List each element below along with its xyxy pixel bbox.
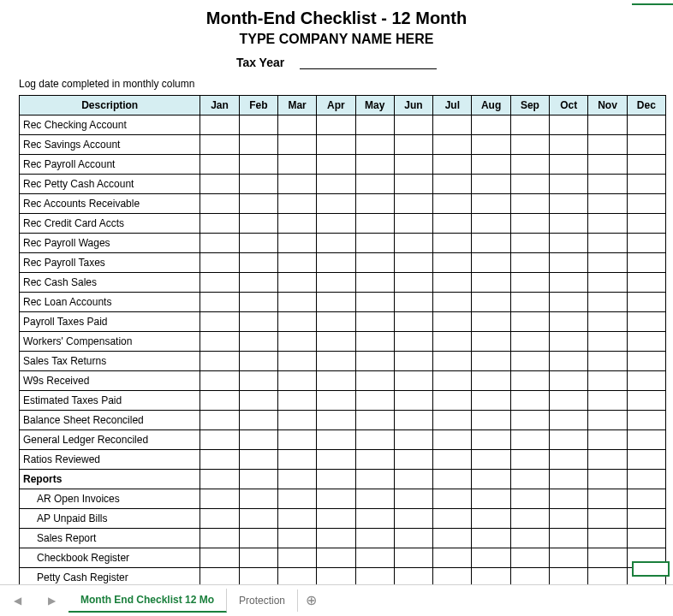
month-cell[interactable] <box>588 430 627 450</box>
month-cell[interactable] <box>317 450 355 470</box>
month-cell[interactable] <box>472 312 510 332</box>
month-cell[interactable] <box>433 293 472 312</box>
month-cell[interactable] <box>627 214 665 234</box>
month-cell[interactable] <box>433 548 472 568</box>
month-cell[interactable] <box>588 470 627 489</box>
row-description[interactable]: General Ledger Reconciled <box>20 430 200 450</box>
month-cell[interactable] <box>588 234 627 253</box>
month-cell[interactable] <box>472 155 510 175</box>
month-cell[interactable] <box>317 352 355 371</box>
month-cell[interactable] <box>627 450 665 470</box>
month-cell[interactable] <box>433 352 472 371</box>
month-cell[interactable] <box>239 332 277 352</box>
month-cell[interactable] <box>472 548 510 568</box>
month-cell[interactable] <box>277 175 316 194</box>
month-cell[interactable] <box>200 175 239 194</box>
month-cell[interactable] <box>588 411 627 430</box>
col-apr[interactable]: Apr <box>317 96 355 116</box>
month-cell[interactable] <box>472 411 510 430</box>
month-cell[interactable] <box>200 371 239 391</box>
month-cell[interactable] <box>510 391 549 411</box>
month-cell[interactable] <box>394 391 432 411</box>
row-description[interactable]: Rec Cash Sales <box>20 273 200 293</box>
month-cell[interactable] <box>355 253 394 273</box>
col-nov[interactable]: Nov <box>588 96 627 116</box>
col-feb[interactable]: Feb <box>239 96 277 116</box>
month-cell[interactable] <box>510 371 549 391</box>
month-cell[interactable] <box>317 234 355 253</box>
month-cell[interactable] <box>200 489 239 509</box>
month-cell[interactable] <box>510 253 549 273</box>
month-cell[interactable] <box>394 470 432 489</box>
month-cell[interactable] <box>200 352 239 371</box>
month-cell[interactable] <box>277 253 316 273</box>
month-cell[interactable] <box>510 135 549 155</box>
month-cell[interactable] <box>317 135 355 155</box>
month-cell[interactable] <box>277 293 316 312</box>
month-cell[interactable] <box>277 155 316 175</box>
month-cell[interactable] <box>277 234 316 253</box>
month-cell[interactable] <box>550 194 588 214</box>
month-cell[interactable] <box>239 293 277 312</box>
month-cell[interactable] <box>588 116 627 135</box>
month-cell[interactable] <box>355 155 394 175</box>
month-cell[interactable] <box>317 529 355 548</box>
month-cell[interactable] <box>472 234 510 253</box>
row-description[interactable]: Payroll Taxes Paid <box>20 312 200 332</box>
month-cell[interactable] <box>200 312 239 332</box>
month-cell[interactable] <box>433 194 472 214</box>
month-cell[interactable] <box>433 411 472 430</box>
month-cell[interactable] <box>550 529 588 548</box>
col-aug[interactable]: Aug <box>472 96 510 116</box>
month-cell[interactable] <box>510 234 549 253</box>
month-cell[interactable] <box>355 332 394 352</box>
month-cell[interactable] <box>355 175 394 194</box>
month-cell[interactable] <box>355 234 394 253</box>
month-cell[interactable] <box>550 116 588 135</box>
month-cell[interactable] <box>200 293 239 312</box>
month-cell[interactable] <box>355 489 394 509</box>
month-cell[interactable] <box>277 214 316 234</box>
month-cell[interactable] <box>355 312 394 332</box>
month-cell[interactable] <box>239 214 277 234</box>
month-cell[interactable] <box>588 175 627 194</box>
month-cell[interactable] <box>239 509 277 529</box>
month-cell[interactable] <box>550 273 588 293</box>
month-cell[interactable] <box>588 371 627 391</box>
row-description[interactable]: W9s Received <box>20 371 200 391</box>
col-dec[interactable]: Dec <box>627 96 665 116</box>
month-cell[interactable] <box>433 509 472 529</box>
month-cell[interactable] <box>239 194 277 214</box>
month-cell[interactable] <box>472 450 510 470</box>
month-cell[interactable] <box>277 529 316 548</box>
month-cell[interactable] <box>627 253 665 273</box>
col-jun[interactable]: Jun <box>394 96 432 116</box>
month-cell[interactable] <box>550 352 588 371</box>
month-cell[interactable] <box>355 470 394 489</box>
month-cell[interactable] <box>472 214 510 234</box>
month-cell[interactable] <box>277 312 316 332</box>
month-cell[interactable] <box>200 234 239 253</box>
month-cell[interactable] <box>355 116 394 135</box>
sheet-tab[interactable]: Protection <box>227 589 298 612</box>
month-cell[interactable] <box>317 293 355 312</box>
month-cell[interactable] <box>317 273 355 293</box>
month-cell[interactable] <box>510 411 549 430</box>
month-cell[interactable] <box>239 253 277 273</box>
month-cell[interactable] <box>627 391 665 411</box>
month-cell[interactable] <box>317 430 355 450</box>
month-cell[interactable] <box>277 470 316 489</box>
month-cell[interactable] <box>394 116 432 135</box>
month-cell[interactable] <box>433 430 472 450</box>
month-cell[interactable] <box>433 489 472 509</box>
month-cell[interactable] <box>627 371 665 391</box>
month-cell[interactable] <box>627 509 665 529</box>
month-cell[interactable] <box>627 155 665 175</box>
month-cell[interactable] <box>200 253 239 273</box>
col-description[interactable]: Description <box>20 96 200 116</box>
month-cell[interactable] <box>510 509 549 529</box>
month-cell[interactable] <box>472 116 510 135</box>
month-cell[interactable] <box>627 116 665 135</box>
month-cell[interactable] <box>394 135 432 155</box>
month-cell[interactable] <box>239 135 277 155</box>
